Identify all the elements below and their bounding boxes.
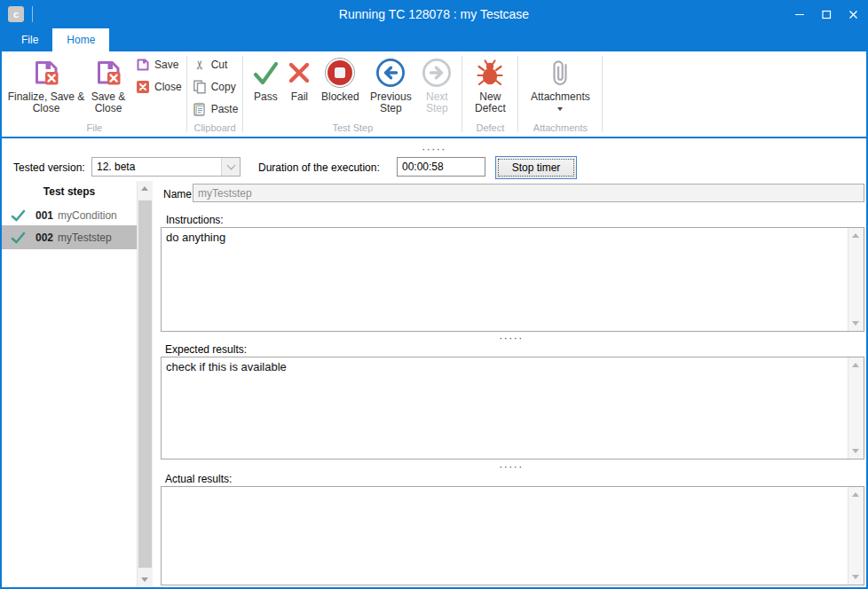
- paste-button[interactable]: Paste: [192, 98, 239, 120]
- scroll-up-icon[interactable]: [852, 492, 859, 497]
- close-x-icon: [135, 80, 151, 94]
- close-ribbon-button[interactable]: Close: [135, 75, 182, 98]
- actual-results-textarea[interactable]: [162, 487, 848, 585]
- ribbon-separator: [242, 56, 243, 132]
- close-button[interactable]: [840, 0, 866, 28]
- blocked-button[interactable]: Blocked: [315, 53, 365, 103]
- combo-dropdown-button[interactable]: [221, 158, 240, 176]
- finalize-save-close-label: Finalize, Save & Close: [7, 91, 85, 114]
- instructions-box: do anything: [161, 227, 864, 332]
- expected-results-box: check if this is available: [161, 357, 864, 459]
- minimize-button[interactable]: [786, 0, 813, 28]
- splitter-handle-bottom[interactable]: ·····: [158, 462, 864, 471]
- instructions-label: Instructions:: [166, 214, 224, 226]
- splitter-handle-top[interactable]: ·····: [2, 145, 866, 153]
- tab-file[interactable]: File: [7, 28, 52, 51]
- ribbon-separator: [602, 56, 603, 132]
- dropdown-arrow-icon: [557, 107, 563, 111]
- save-label: Save: [154, 59, 178, 71]
- scroll-up-icon[interactable]: [852, 233, 859, 238]
- paperclip-icon: [548, 54, 572, 91]
- splitter-handle-middle[interactable]: ·····: [158, 334, 864, 342]
- scrollbar-thumb[interactable]: [138, 200, 152, 568]
- paste-label: Paste: [211, 103, 239, 115]
- group-caption-clipboard: Clipboard: [188, 122, 242, 137]
- check-icon: [250, 54, 280, 91]
- expected-results-scrollbar[interactable]: [848, 357, 864, 459]
- name-input[interactable]: [193, 184, 864, 202]
- floppy-x-icon: [32, 54, 60, 91]
- instructions-textarea[interactable]: do anything: [162, 228, 848, 331]
- minimize-icon: [795, 14, 804, 15]
- attachments-button[interactable]: Attachments: [523, 53, 597, 111]
- ribbon-group-attachments: Attachments Attachments: [519, 51, 601, 137]
- steps-scrollbar[interactable]: [137, 181, 153, 587]
- x-icon: [287, 54, 312, 91]
- group-caption-attachments: Attachments: [519, 122, 601, 137]
- stop-timer-label: Stop timer: [512, 161, 561, 174]
- ribbon-separator: [462, 56, 462, 132]
- duration-label: Duration of the execution:: [258, 161, 380, 174]
- content-area: ····· Tested version: 12. beta Duration …: [2, 138, 866, 587]
- actual-results-label: Actual results:: [165, 473, 232, 485]
- tested-version-label: Tested version:: [13, 161, 85, 174]
- previous-step-button[interactable]: Previous Step: [365, 53, 416, 114]
- group-caption-defect: Defect: [463, 122, 517, 137]
- duration-input[interactable]: [397, 157, 485, 177]
- tab-home[interactable]: Home: [52, 28, 109, 51]
- scroll-down-icon[interactable]: [852, 449, 859, 453]
- test-step-row-1[interactable]: 001 myCondition: [2, 204, 137, 226]
- close-icon: [848, 10, 858, 20]
- ribbon-group-file: Finalize, Save & Close Save & Close: [4, 51, 185, 137]
- tested-version-combo[interactable]: 12. beta: [91, 157, 241, 177]
- group-caption-test-step: Test Step: [244, 122, 461, 137]
- expected-results-label: Expected results:: [165, 343, 247, 356]
- step-number: 001: [36, 209, 53, 222]
- finalize-save-close-button[interactable]: Finalize, Save & Close: [7, 53, 85, 114]
- ribbon-separator: [186, 56, 187, 132]
- scroll-down-icon[interactable]: [852, 321, 859, 326]
- expected-results-textarea[interactable]: check if this is available: [162, 357, 848, 459]
- actual-results-scrollbar[interactable]: [848, 487, 864, 585]
- floppy-x-icon: [94, 54, 122, 91]
- window-controls: [786, 0, 866, 28]
- checkmark-icon: [11, 232, 26, 244]
- scroll-down-icon[interactable]: [852, 575, 859, 579]
- pass-label: Pass: [254, 91, 278, 103]
- save-close-button[interactable]: Save & Close: [85, 53, 131, 114]
- scroll-up-icon[interactable]: [852, 363, 859, 367]
- floppy-icon: [135, 58, 151, 72]
- save-button[interactable]: Save: [135, 53, 182, 75]
- name-label: Name:: [163, 188, 194, 200]
- next-step-button: Next Step: [416, 53, 457, 114]
- save-close-label: Save & Close: [85, 91, 131, 114]
- step-number: 002: [36, 232, 53, 244]
- group-caption-file: File: [4, 122, 185, 137]
- copy-button[interactable]: Copy: [192, 75, 239, 98]
- scroll-down-icon[interactable]: [141, 577, 148, 582]
- fail-button[interactable]: Fail: [283, 53, 315, 103]
- arrow-left-circle-icon: [375, 54, 406, 91]
- instructions-scrollbar[interactable]: [848, 228, 864, 331]
- ribbon-separator: [517, 56, 518, 132]
- cut-button[interactable]: ✂ Cut: [192, 53, 239, 75]
- copy-label: Copy: [211, 81, 236, 93]
- arrow-right-circle-icon: [422, 54, 452, 91]
- bug-icon: [476, 54, 504, 91]
- maximize-icon: [822, 10, 832, 20]
- chevron-down-icon: [226, 161, 235, 170]
- ribbon-group-defect: New Defect Defect: [463, 51, 517, 137]
- stop-circle-icon: [324, 54, 356, 91]
- new-defect-button[interactable]: New Defect: [467, 53, 513, 114]
- new-defect-label: New Defect: [467, 91, 513, 114]
- titlebar-separator: [32, 6, 33, 22]
- pass-button[interactable]: Pass: [248, 53, 283, 103]
- maximize-button[interactable]: [813, 0, 840, 28]
- test-step-row-2[interactable]: 002 myTeststep: [2, 225, 137, 249]
- window-title: Running TC 128078 : my Testcase: [2, 7, 866, 21]
- test-steps-panel: Test steps 001 myCondition 002 myTestste…: [2, 181, 153, 587]
- stop-timer-button[interactable]: Stop timer: [495, 156, 577, 179]
- scroll-up-icon[interactable]: [141, 186, 148, 191]
- checkmark-icon: [11, 209, 26, 222]
- app-icon[interactable]: c: [8, 6, 24, 22]
